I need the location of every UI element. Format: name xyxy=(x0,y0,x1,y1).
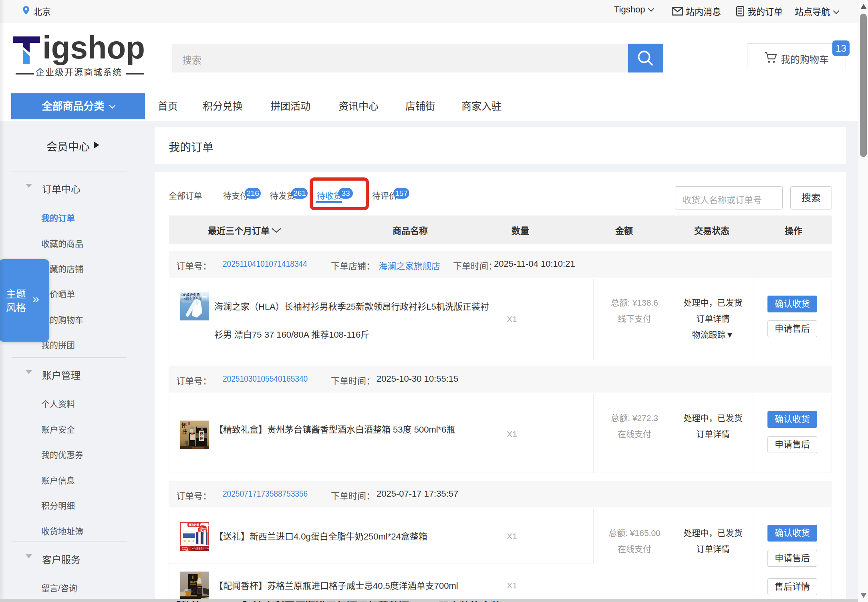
svg-text:生牛乳: 生牛乳 xyxy=(182,548,189,551)
svg-text:庄: 庄 xyxy=(182,429,187,435)
svg-text:DP成衣免烫: DP成衣免烫 xyxy=(181,293,200,297)
svg-text:精选奶源 直连牧场: 精选奶源 直连牧场 xyxy=(189,523,209,527)
svg-text:250ml: 250ml xyxy=(199,527,207,530)
svg-text:庄: 庄 xyxy=(200,436,203,441)
svg-text:igshop: igshop xyxy=(42,34,145,65)
svg-text:怀: 怀 xyxy=(181,422,187,428)
svg-text:4.0g蛋白质 | 120mg高钙: 4.0g蛋白质 | 120mg高钙 xyxy=(192,547,209,550)
svg-text:怀: 怀 xyxy=(200,432,203,436)
